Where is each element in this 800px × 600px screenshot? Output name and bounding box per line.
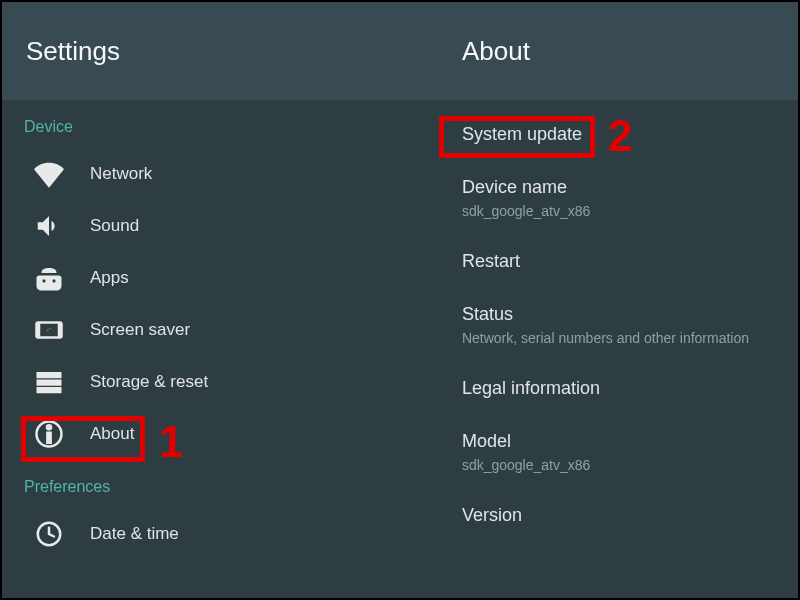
sidebar-item-label: Storage & reset bbox=[90, 372, 208, 392]
about-item-subtitle: sdk_google_atv_x86 bbox=[462, 457, 798, 473]
about-item-subtitle: sdk_google_atv_x86 bbox=[462, 203, 798, 219]
about-item-model[interactable]: Model sdk_google_atv_x86 bbox=[416, 415, 798, 489]
about-item-title: Legal information bbox=[462, 378, 798, 399]
sidebar-item-label: Apps bbox=[90, 268, 129, 288]
svg-rect-1 bbox=[48, 432, 51, 441]
storage-icon bbox=[32, 365, 66, 399]
clock-icon bbox=[32, 517, 66, 551]
about-item-system-update[interactable]: System update bbox=[416, 108, 798, 161]
apps-icon bbox=[32, 261, 66, 295]
sidebar-item-label: Sound bbox=[90, 216, 139, 236]
sidebar-item-network[interactable]: Network bbox=[2, 148, 416, 200]
sound-icon bbox=[32, 209, 66, 243]
about-item-title: Model bbox=[462, 431, 798, 452]
about-item-version[interactable]: Version bbox=[416, 489, 798, 542]
sidebar-item-storage-reset[interactable]: Storage & reset bbox=[2, 356, 416, 408]
about-item-device-name[interactable]: Device name sdk_google_atv_x86 bbox=[416, 161, 798, 235]
about-item-title: System update bbox=[462, 124, 798, 145]
sidebar-item-label: About bbox=[90, 424, 134, 444]
sidebar-item-label: Network bbox=[90, 164, 152, 184]
sidebar-item-label: Date & time bbox=[90, 524, 179, 544]
sidebar-item-sound[interactable]: Sound bbox=[2, 200, 416, 252]
svg-point-0 bbox=[47, 426, 51, 430]
about-item-subtitle: Network, serial numbers and other inform… bbox=[462, 330, 798, 346]
screensaver-icon bbox=[32, 313, 66, 347]
about-item-title: Device name bbox=[462, 177, 798, 198]
sidebar-item-about[interactable]: About bbox=[2, 408, 416, 460]
settings-title: Settings bbox=[2, 2, 416, 100]
section-header-preferences: Preferences bbox=[2, 460, 416, 508]
preferences-menu: Date & time bbox=[2, 508, 416, 560]
sidebar-item-date-time[interactable]: Date & time bbox=[2, 508, 416, 560]
about-title: About bbox=[416, 2, 798, 100]
about-panel: About System update Device name sdk_goog… bbox=[416, 2, 798, 598]
section-header-device: Device bbox=[2, 100, 416, 148]
wifi-icon bbox=[32, 157, 66, 191]
settings-sidebar: Settings Device Network Sound Apps bbox=[2, 2, 416, 598]
sidebar-item-screen-saver[interactable]: Screen saver bbox=[2, 304, 416, 356]
about-item-status[interactable]: Status Network, serial numbers and other… bbox=[416, 288, 798, 362]
about-list: System update Device name sdk_google_atv… bbox=[416, 100, 798, 542]
about-icon bbox=[32, 417, 66, 451]
about-item-legal-information[interactable]: Legal information bbox=[416, 362, 798, 415]
device-menu: Network Sound Apps Screen saver bbox=[2, 148, 416, 460]
sidebar-item-apps[interactable]: Apps bbox=[2, 252, 416, 304]
about-item-title: Version bbox=[462, 505, 798, 526]
sidebar-item-label: Screen saver bbox=[90, 320, 190, 340]
about-item-restart[interactable]: Restart bbox=[416, 235, 798, 288]
about-item-title: Status bbox=[462, 304, 798, 325]
about-item-title: Restart bbox=[462, 251, 798, 272]
